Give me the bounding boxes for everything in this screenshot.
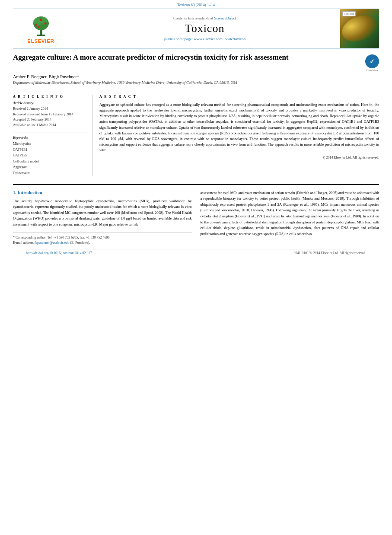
body-col1-text: The acutely hepatotoxic monocyclic hepta…: [13, 198, 192, 228]
homepage-text: journal homepage: www.elsevier.com/locat…: [164, 37, 245, 41]
toxicon-badge: Toxicon: [342, 11, 356, 16]
journal-title: Toxicon: [185, 22, 225, 35]
sciencedirect-label: Contents lists available at: [173, 16, 213, 20]
article-title-section: Aggregate culture: A more accurate predi…: [13, 53, 379, 72]
history-label: Article history:: [13, 101, 87, 105]
abstract-column: A B S T R A C T Aggregate or spheroid cu…: [99, 95, 379, 176]
body-col-left: 1. Introduction The acutely hepatotoxic …: [13, 190, 192, 245]
affiliation: Department of Molecular Biosciences, Sch…: [13, 80, 379, 86]
svg-point-6: [44, 22, 46, 24]
history-revised: Received in revised form 15 February 201…: [13, 112, 87, 118]
keywords-label: Keywords:: [13, 136, 87, 140]
body-col2-text: assessment for total MCs and exact mecha…: [201, 190, 379, 237]
journal-homepage: journal homepage: www.elsevier.com/locat…: [164, 37, 245, 41]
email-label: E-mail address:: [13, 241, 35, 245]
keyword-2: OATP1B3: [13, 153, 87, 159]
sciencedirect-line: Contents lists available at ScienceDirec…: [173, 16, 236, 20]
email-suffix: (B. Puschner).: [70, 241, 90, 245]
keywords-section: Keywords: Microcystins OATP1B1 OATP1B3 C…: [13, 133, 87, 176]
keyword-5: Cyanotoxins: [13, 170, 87, 176]
footnotes: * Corresponding author. Tel.: +1 530 752…: [13, 232, 192, 245]
body-section: 1. Introduction The acutely hepatotoxic …: [13, 184, 379, 245]
svg-point-5: [40, 19, 42, 21]
history-online: Available online 1 March 2014: [13, 123, 87, 128]
history-accepted: Accepted 20 February 2014: [13, 117, 87, 123]
article-info-column: A R T I C L E I N F O Article history: R…: [13, 95, 93, 176]
keyword-1: OATP1B1: [13, 147, 87, 153]
authors: Amber F. Roegner, Birgit Puschner*: [13, 74, 379, 79]
sciencedirect-link[interactable]: ScienceDirect: [214, 16, 236, 20]
keyword-4: Aggregate: [13, 164, 87, 170]
doi-link[interactable]: http://dx.doi.org/10.1016/j.toxicon.2014…: [26, 251, 92, 255]
copyright-bottom: 0041-0101/© 2014 Elsevier Ltd. All right…: [294, 251, 366, 255]
body-col-right: assessment for total MCs and exact mecha…: [201, 190, 379, 245]
elsevier-logo-section: ELSEVIER: [13, 9, 69, 48]
journal-header: ELSEVIER Contents lists available at Sci…: [13, 9, 379, 48]
article-title: Aggregate culture: A more accurate predi…: [13, 53, 361, 63]
main-content: Aggregate culture: A more accurate predi…: [13, 48, 379, 259]
elsevier-wordmark: ELSEVIER: [27, 38, 54, 44]
article-info-heading: A R T I C L E I N F O: [13, 95, 87, 99]
crossmark-icon: ✓: [365, 54, 379, 68]
section1-heading: 1. Introduction: [13, 190, 192, 195]
info-abstract-section: A R T I C L E I N F O Article history: R…: [13, 91, 379, 176]
elsevier-tree-icon: [28, 14, 54, 38]
keyword-3: Cell culture model: [13, 159, 87, 165]
abstract-heading: A B S T R A C T: [99, 95, 379, 99]
history-received: Received 2 January 2014: [13, 106, 87, 112]
keyword-0: Microcystins: [13, 141, 87, 147]
article-history: Article history: Received 2 January 2014…: [13, 101, 87, 128]
crossmark-label: CrossMark: [365, 69, 379, 72]
journal-cover-image: Toxicon: [340, 9, 379, 48]
abstract-text: Aggregate or spheroid culture has emerge…: [99, 102, 379, 153]
corresponding-author: * Corresponding author. Tel.: +1 530 752…: [13, 235, 192, 240]
snake-icon: Toxicon: [340, 9, 379, 48]
svg-rect-8: [37, 35, 45, 36]
bottom-bar: http://dx.doi.org/10.1016/j.toxicon.2014…: [26, 249, 366, 255]
journal-title-section: Contents lists available at ScienceDirec…: [69, 9, 340, 48]
svg-point-7: [38, 26, 39, 28]
abstract-copyright: © 2014 Elsevier Ltd. All rights reserved…: [99, 156, 379, 159]
elsevier-logo: ELSEVIER: [27, 14, 54, 44]
svg-point-4: [35, 23, 37, 25]
journal-ref-bar: Toxicon 83 (2014) 1–14: [0, 0, 392, 9]
crossmark-badge[interactable]: ✓ CrossMark: [365, 54, 379, 72]
journal-ref: Toxicon 83 (2014) 1–14: [177, 3, 215, 7]
email-link[interactable]: bpuschner@ucdavis.edu: [35, 241, 69, 245]
email-line: E-mail address: bpuschner@ucdavis.edu (B…: [13, 240, 192, 245]
